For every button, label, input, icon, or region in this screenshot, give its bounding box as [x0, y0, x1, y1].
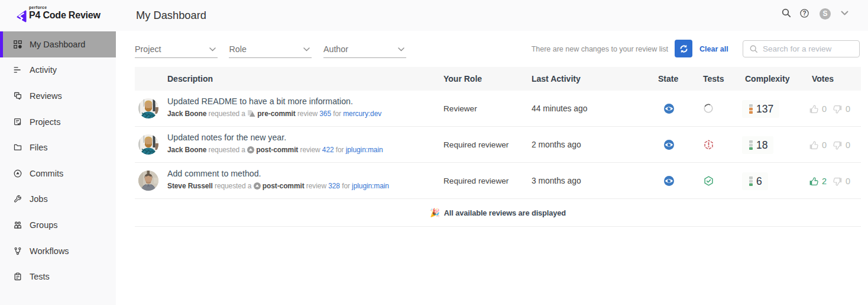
svg-text:?: ?: [802, 10, 806, 17]
